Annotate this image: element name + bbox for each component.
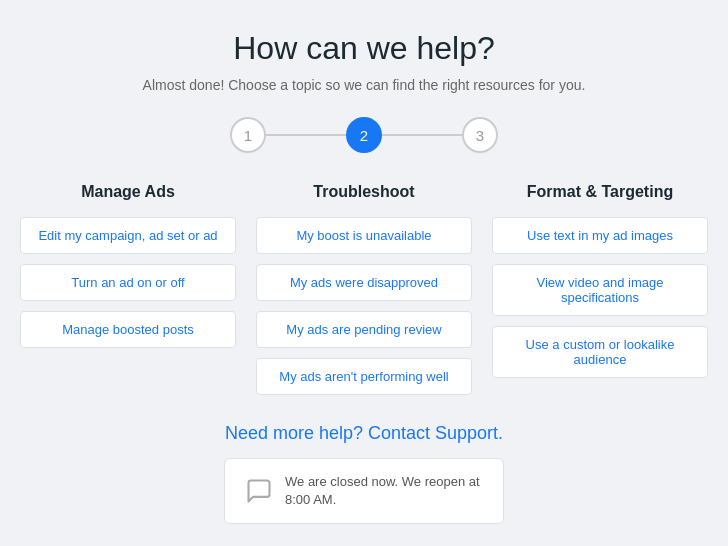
support-title-text: Need more help?: [225, 423, 363, 443]
topic-ads-not-performing[interactable]: My ads aren't performing well: [256, 358, 472, 395]
column-title-troubleshoot: Troubleshoot: [313, 183, 414, 201]
column-manage-ads: Manage Ads Edit my campaign, ad set or a…: [20, 183, 236, 395]
topic-ads-disapproved[interactable]: My ads were disapproved: [256, 264, 472, 301]
column-title-manage-ads: Manage Ads: [81, 183, 175, 201]
chat-icon: [245, 477, 273, 505]
step-2[interactable]: 2: [346, 117, 382, 153]
topic-manage-boosted[interactable]: Manage boosted posts: [20, 311, 236, 348]
steps-indicator: 1 2 3: [230, 117, 498, 153]
step-1[interactable]: 1: [230, 117, 266, 153]
topic-columns: Manage Ads Edit my campaign, ad set or a…: [20, 183, 708, 395]
topic-video-specs[interactable]: View video and image specifications: [492, 264, 708, 316]
column-title-format: Format & Targeting: [527, 183, 673, 201]
support-section: Need more help? Contact Support. We are …: [20, 423, 708, 524]
column-format-targeting: Format & Targeting Use text in my ad ima…: [492, 183, 708, 395]
topic-boost-unavailable[interactable]: My boost is unavailable: [256, 217, 472, 254]
step-3[interactable]: 3: [462, 117, 498, 153]
topic-text-in-images[interactable]: Use text in my ad images: [492, 217, 708, 254]
support-status-box: We are closed now. We reopen at 8:00 AM.: [224, 458, 504, 524]
step-line-2: [382, 134, 462, 136]
topic-ads-pending[interactable]: My ads are pending review: [256, 311, 472, 348]
step-line-1: [266, 134, 346, 136]
page-title: How can we help?: [233, 30, 494, 67]
topic-edit-campaign[interactable]: Edit my campaign, ad set or ad: [20, 217, 236, 254]
topic-custom-audience[interactable]: Use a custom or lookalike audience: [492, 326, 708, 378]
column-troubleshoot: Troubleshoot My boost is unavailable My …: [256, 183, 472, 395]
topic-turn-ad-on-off[interactable]: Turn an ad on or off: [20, 264, 236, 301]
page-subtitle: Almost done! Choose a topic so we can fi…: [143, 77, 586, 93]
support-title: Need more help? Contact Support.: [225, 423, 503, 444]
contact-support-link[interactable]: Contact Support.: [368, 423, 503, 443]
support-closed-message: We are closed now. We reopen at 8:00 AM.: [285, 473, 483, 509]
